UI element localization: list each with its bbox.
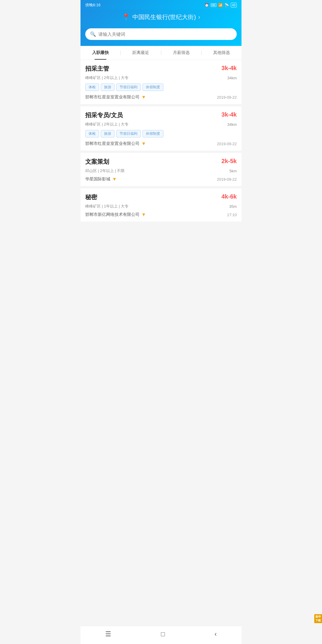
job-title: 文案策划 — [85, 158, 109, 166]
job-meta: 峰峰矿区 | 1年以上 | 大专 35m — [85, 204, 237, 209]
job-tags: 体检旅游节假日福利休假制度 — [85, 83, 237, 91]
status-time: 傍晚6:16 — [85, 2, 100, 8]
search-input[interactable] — [98, 32, 232, 37]
job-footer: 邯郸市新亿网络技术有限公司 ▼ 17:10 — [85, 212, 237, 217]
location-icon: 📍 — [122, 13, 130, 21]
job-tag: 休假制度 — [143, 83, 163, 91]
company-name: 邯郸市新亿网络技术有限公司 — [85, 212, 140, 217]
job-meta-info: 邱山区 | 2年以上 | 不限 — [85, 168, 125, 174]
job-footer: 邯郸市红星皇室置业有限公司 ▼ 2019-09-22 — [85, 141, 237, 146]
company-name: 华星国际影城 — [85, 177, 110, 182]
location-display[interactable]: 📍 中国民生银行(世纪大街) › — [122, 13, 200, 21]
company-info: 华星国际影城 ▼ — [85, 177, 117, 182]
search-icon: 🔍 — [90, 31, 96, 37]
verified-icon: ▼ — [141, 95, 146, 100]
job-meta: 峰峰矿区 | 2年以上 | 大专 34km — [85, 122, 237, 127]
job-header: 文案策划 2k-5k — [85, 158, 237, 166]
search-bar-wrapper: 🔍 — [80, 28, 242, 46]
job-tag: 体检 — [85, 83, 99, 91]
job-card[interactable]: 秘密 4k-6k 峰峰矿区 | 1年以上 | 大专 35m 邯郸市新亿网络技术有… — [80, 188, 242, 222]
company-info: 邯郸市红星皇室置业有限公司 ▼ — [85, 141, 146, 146]
job-date: 2019-09-22 — [217, 142, 237, 146]
job-meta-info: 峰峰矿区 | 2年以上 | 大专 — [85, 75, 129, 80]
company-name: 邯郸市红星皇室置业有限公司 — [85, 95, 140, 100]
job-header: 秘密 4k-6k — [85, 193, 237, 201]
verified-icon: ▼ — [141, 141, 146, 146]
status-bar: 傍晚6:16 ⏰ HD 📶 📡 49 — [80, 0, 242, 10]
filter-tab-other[interactable]: 其他筛选 — [202, 46, 242, 60]
company-info: 邯郸市红星皇室置业有限公司 ▼ — [85, 95, 146, 100]
job-distance: 34km — [227, 122, 237, 127]
job-salary: 3k-4k — [222, 65, 237, 72]
job-date: 2019-09-22 — [217, 177, 237, 182]
status-icons: ⏰ HD 📶 📡 49 — [205, 3, 237, 7]
job-distance: 35m — [229, 204, 237, 209]
job-tag: 旅游 — [101, 83, 114, 91]
job-header: 招采主管 3k-4k — [85, 65, 237, 73]
filter-tab-salary[interactable]: 月薪筛选 — [161, 46, 201, 60]
job-distance: 34km — [227, 76, 237, 80]
job-tag: 休假制度 — [143, 130, 163, 137]
job-date: 17:10 — [227, 213, 237, 217]
wifi-icon: 📡 — [225, 3, 229, 7]
job-footer: 华星国际影城 ▼ 2019-09-22 — [85, 177, 237, 182]
job-tag: 节假日福利 — [116, 83, 141, 91]
company-name: 邯郸市红星皇室置业有限公司 — [85, 141, 140, 146]
alarm-icon: ⏰ — [205, 3, 209, 7]
header: 📍 中国民生银行(世纪大街) › — [80, 10, 242, 28]
filter-tab-nearest[interactable]: 距离最近 — [121, 46, 161, 60]
job-meta: 邱山区 | 2年以上 | 不限 5km — [85, 168, 237, 174]
job-date: 2019-09-22 — [217, 95, 237, 100]
battery-indicator: 49 — [231, 3, 237, 7]
filter-tab-fastest[interactable]: 入职最快 — [80, 46, 120, 60]
job-title: 秘密 — [85, 193, 97, 201]
job-tag: 旅游 — [101, 130, 114, 137]
job-card[interactable]: 招采专员/文员 3k-4k 峰峰矿区 | 2年以上 | 大专 34km 体检旅游… — [80, 106, 242, 151]
chevron-right-icon: › — [198, 14, 200, 20]
job-salary: 3k-4k — [222, 111, 237, 118]
job-card[interactable]: 文案策划 2k-5k 邱山区 | 2年以上 | 不限 5km 华星国际影城 ▼ … — [80, 153, 242, 186]
signal-icon: 📶 — [218, 3, 223, 7]
job-meta: 峰峰矿区 | 2年以上 | 大专 34km — [85, 75, 237, 80]
location-text: 中国民生银行(世纪大街) — [132, 13, 196, 21]
job-meta-info: 峰峰矿区 | 1年以上 | 大专 — [85, 204, 129, 209]
job-header: 招采专员/文员 3k-4k — [85, 111, 237, 119]
job-salary: 2k-5k — [222, 158, 237, 165]
job-card[interactable]: 招采主管 3k-4k 峰峰矿区 | 2年以上 | 大专 34km 体检旅游节假日… — [80, 60, 242, 104]
job-tag: 体检 — [85, 130, 99, 137]
job-tag: 节假日福利 — [116, 130, 141, 137]
job-list: 招采主管 3k-4k 峰峰矿区 | 2年以上 | 大专 34km 体检旅游节假日… — [80, 60, 242, 245]
job-title: 招采主管 — [85, 65, 109, 73]
search-bar[interactable]: 🔍 — [85, 28, 237, 40]
job-distance: 5km — [229, 169, 237, 173]
hd-badge: HD — [211, 3, 216, 7]
verified-icon: ▼ — [141, 212, 146, 217]
job-meta-info: 峰峰矿区 | 2年以上 | 大专 — [85, 122, 129, 127]
filter-tabs: 入职最快 距离最近 月薪筛选 其他筛选 — [80, 46, 242, 60]
job-tags: 体检旅游节假日福利休假制度 — [85, 130, 237, 137]
job-salary: 4k-6k — [222, 193, 237, 200]
job-footer: 邯郸市红星皇室置业有限公司 ▼ 2019-09-22 — [85, 95, 237, 100]
job-title: 招采专员/文员 — [85, 111, 123, 119]
verified-icon: ▼ — [112, 177, 117, 182]
company-info: 邯郸市新亿网络技术有限公司 ▼ — [85, 212, 146, 217]
